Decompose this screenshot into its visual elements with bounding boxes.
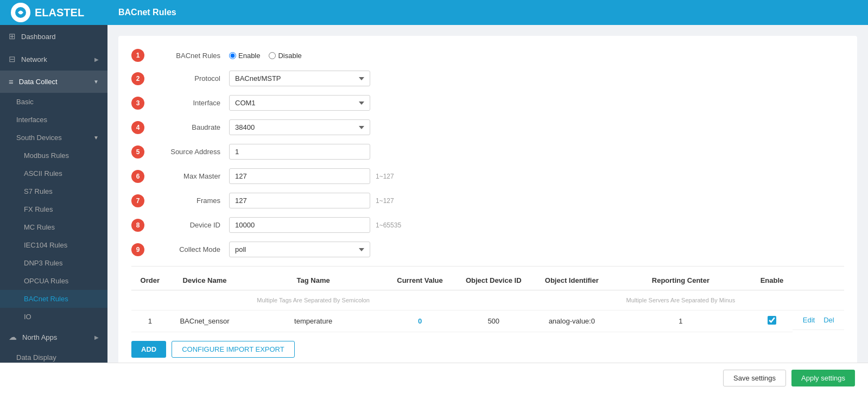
step-badge-7: 7: [131, 194, 144, 207]
sidebar: ⊞ Dashboard ⊟ Network ▶ ≡ Data Collect ▼…: [0, 25, 107, 363]
sidebar-item-io[interactable]: IO: [0, 308, 107, 326]
cell-tag-name: temperature: [240, 310, 385, 332]
multi-tag-hint: Multiple Tags Are Separated By Semicolon: [257, 297, 370, 303]
step-badge-8: 8: [131, 219, 144, 232]
input-frames[interactable]: [229, 193, 370, 208]
col-order: Order: [131, 271, 169, 290]
step-badge-9: 9: [131, 243, 144, 256]
step-badge-5: 5: [131, 145, 144, 159]
label-collect-mode: Collect Mode: [150, 245, 220, 253]
select-interface[interactable]: COM1 COM2 COM3: [229, 95, 370, 111]
radio-disable-label[interactable]: Disable: [269, 52, 301, 60]
form-row-protocol: 2 Protocol BACnet/MSTP BACnet/IP: [131, 71, 844, 86]
label-bacnet-rules: BACnet Rules: [150, 52, 220, 60]
label-device-id: Device ID: [150, 221, 220, 229]
cell-object-identifier: analog-value:0: [533, 310, 610, 332]
col-current-value: Current Value: [386, 271, 454, 290]
step-badge-2: 2: [131, 72, 144, 85]
table-header-row: Order Device Name Tag Name Current Value…: [131, 271, 844, 290]
sidebar-item-network[interactable]: ⊟ Network ▶: [0, 48, 107, 71]
col-enable: Enable: [751, 271, 793, 290]
sidebar-item-ascii-rules[interactable]: ASCII Rules: [0, 164, 107, 182]
current-value-display: 0: [418, 317, 422, 325]
label-max-master: Max Master: [150, 172, 220, 180]
north-apps-icon: ☁: [9, 332, 17, 342]
col-reporting-center: Reporting Center: [610, 271, 751, 290]
sidebar-item-dashboard[interactable]: ⊞ Dashboard: [0, 25, 107, 48]
hint-device-id: 1~65535: [376, 221, 401, 229]
main-content: 1 BACnet Rules Enable Disable 2 Protocol: [107, 25, 868, 363]
del-link[interactable]: Del: [823, 316, 834, 324]
col-actions: [793, 271, 844, 290]
sidebar-item-data-collect[interactable]: ≡ Data Collect ▼: [0, 71, 107, 93]
label-frames: Frames: [150, 196, 220, 205]
label-protocol: Protocol: [150, 74, 220, 83]
select-collect-mode[interactable]: poll subscribe: [229, 242, 370, 257]
apply-settings-button[interactable]: Apply settings: [791, 370, 855, 386]
data-collect-arrow-icon: ▼: [93, 79, 99, 85]
sidebar-item-s7-rules[interactable]: S7 Rules: [0, 182, 107, 200]
cell-device-name: BACnet_sensor: [169, 310, 241, 332]
step-badge-6: 6: [131, 170, 144, 183]
hint-row: Multiple Tags Are Separated By Semicolon…: [131, 290, 844, 310]
radio-enable[interactable]: [229, 52, 236, 59]
hint-max-master: 1~127: [376, 173, 394, 180]
south-devices-label: South Devices: [16, 134, 62, 142]
enable-checkbox[interactable]: [768, 316, 776, 325]
sidebar-item-iec104-rules[interactable]: IEC104 Rules: [0, 236, 107, 254]
input-max-master[interactable]: [229, 168, 370, 184]
sidebar-item-south-devices[interactable]: South Devices ▼: [0, 129, 107, 147]
radio-enable-label[interactable]: Enable: [229, 52, 260, 60]
config-import-export-button[interactable]: CONFIGURE IMPORT EXPORT: [172, 341, 295, 358]
footer-bar: Save settings Apply settings: [0, 363, 868, 393]
cell-current-value: 0: [386, 310, 454, 332]
sidebar-item-opcua-rules[interactable]: OPCUA Rules: [0, 272, 107, 290]
sidebar-item-data-display[interactable]: Data Display: [0, 348, 107, 363]
sidebar-label-network: Network: [21, 55, 47, 64]
cell-enable: [751, 310, 793, 332]
sidebar-item-modbus-rules[interactable]: Modbus Rules: [0, 147, 107, 164]
south-devices-arrow: ▼: [93, 135, 99, 141]
logo-area: ELASTEL: [11, 3, 118, 22]
radio-group-bacnet: Enable Disable: [229, 52, 302, 60]
north-apps-arrow-icon: ▶: [94, 334, 99, 340]
table-row: 1 BACnet_sensor temperature 0 500 analog…: [131, 310, 844, 332]
sidebar-item-dnp3-rules[interactable]: DNP3 Rules: [0, 254, 107, 272]
dashboard-icon: ⊞: [9, 31, 16, 41]
form-row-collect-mode: 9 Collect Mode poll subscribe: [131, 242, 844, 257]
sidebar-item-basic[interactable]: Basic: [0, 93, 107, 111]
form-row-baudrate: 4 Baudrate 9600 19200 38400 57600 115200: [131, 119, 844, 135]
sidebar-label-data-collect: Data Collect: [19, 78, 58, 86]
radio-disable[interactable]: [269, 52, 276, 59]
sidebar-item-bacnet-rules[interactable]: BACnet Rules: [0, 290, 107, 308]
data-table: Order Device Name Tag Name Current Value…: [131, 271, 844, 332]
col-tag-name: Tag Name: [240, 271, 385, 290]
data-table-wrap: Order Device Name Tag Name Current Value…: [131, 271, 844, 332]
cell-object-device-id: 500: [454, 310, 533, 332]
label-interface: Interface: [150, 99, 220, 107]
label-baudrate: Baudrate: [150, 123, 220, 131]
step-badge-3: 3: [131, 97, 144, 110]
page-title: BACnet Rules: [118, 8, 176, 17]
step-badge-4: 4: [131, 121, 144, 134]
select-protocol[interactable]: BACnet/MSTP BACnet/IP: [229, 71, 370, 86]
form-row-device-id: 8 Device ID 1~65535: [131, 217, 844, 233]
form-row-source-address: 5 Source Address: [131, 144, 844, 160]
sidebar-item-interfaces[interactable]: Interfaces: [0, 111, 107, 129]
data-collect-icon: ≡: [9, 77, 14, 86]
logo-text: ELASTEL: [35, 7, 84, 19]
step-badge-1: 1: [131, 49, 144, 62]
logo-icon: [11, 3, 30, 22]
sidebar-item-fx-rules[interactable]: FX Rules: [0, 200, 107, 218]
sidebar-item-mc-rules[interactable]: MC Rules: [0, 218, 107, 236]
edit-link[interactable]: Edit: [803, 316, 815, 324]
network-arrow-icon: ▶: [94, 56, 99, 62]
input-device-id[interactable]: [229, 217, 370, 233]
sidebar-item-north-apps[interactable]: ☁ North Apps ▶: [0, 326, 107, 348]
input-source-address[interactable]: [229, 144, 370, 160]
select-baudrate[interactable]: 9600 19200 38400 57600 115200: [229, 119, 370, 135]
save-settings-button[interactable]: Save settings: [723, 370, 786, 386]
add-button[interactable]: ADD: [131, 341, 166, 358]
multi-server-hint: Multiple Servers Are Separated By Minus: [626, 297, 736, 303]
network-icon: ⊟: [9, 54, 16, 64]
